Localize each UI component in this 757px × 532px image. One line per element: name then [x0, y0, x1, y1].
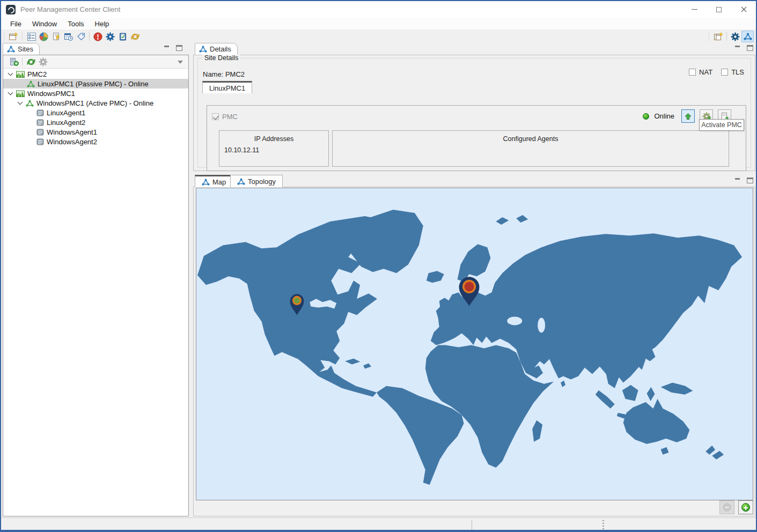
expand-chevron-icon[interactable] — [8, 90, 13, 95]
sites-toolbar — [3, 55, 188, 69]
tag-icon — [77, 32, 85, 41]
sites-minimize-icon[interactable] — [164, 45, 171, 51]
tree-item[interactable]: WindowsPMC1 — [3, 88, 188, 98]
configured-agents-box: Configured Agents — [332, 130, 729, 167]
sites-settings-button[interactable] — [37, 56, 49, 68]
open-perspective-button[interactable] — [712, 31, 724, 42]
details-panel: Site Details Name: PMC2 NAT TLS LinuxPMC… — [193, 55, 755, 171]
toolbar-grip — [21, 32, 24, 41]
gear-icon — [39, 57, 48, 66]
add-site-button[interactable] — [8, 56, 20, 68]
zoom-in-button[interactable] — [738, 500, 753, 514]
refresh-sites-button[interactable] — [25, 56, 37, 68]
tree-item[interactable]: LinuxAgent2 — [3, 117, 188, 127]
tree-item[interactable]: LinuxPMC1 (Passive PMC) - Online — [3, 79, 188, 88]
tab-map[interactable]: Map — [195, 175, 233, 187]
tab-details[interactable]: Details — [195, 43, 238, 55]
tasks-button[interactable] — [116, 31, 129, 42]
close-icon — [741, 6, 747, 12]
schedule-button[interactable] — [62, 31, 75, 42]
view-menu-icon[interactable] — [178, 61, 183, 64]
pmc-label: PMC — [222, 113, 238, 121]
tree-item[interactable]: WindowsAgent2 — [3, 137, 188, 146]
app-icon — [6, 5, 16, 14]
network-triangle-icon — [199, 46, 207, 53]
tree-item[interactable]: PMC2 — [3, 69, 188, 79]
tree-item-label: WindowsPMC1 — [27, 90, 75, 98]
refresh-icon — [26, 58, 36, 66]
menu-tools[interactable]: Tools — [63, 19, 89, 29]
site-details-group: Site Details Name: PMC2 NAT TLS LinuxPMC… — [197, 58, 751, 168]
site-icon — [16, 71, 25, 78]
world-map[interactable] — [196, 188, 753, 500]
application-window: Peer Management Center Client FileWindow… — [0, 0, 757, 532]
activate-pmc-button[interactable] — [681, 109, 695, 123]
zoom-in-icon — [741, 503, 750, 512]
tree-item[interactable]: WindowsAgent1 — [3, 127, 188, 137]
gear-icon — [731, 32, 740, 41]
tree-item-label: LinuxPMC1 (Passive PMC) - Online — [38, 80, 149, 88]
sites-maximize-icon[interactable] — [176, 45, 182, 51]
online-status-label: Online — [654, 112, 674, 120]
views-icon — [27, 33, 36, 41]
activate-pmc-tooltip: Activate PMC — [699, 119, 744, 131]
site-name: Name: PMC2 — [203, 70, 245, 78]
nat-checkbox[interactable] — [689, 69, 696, 76]
maximize-button[interactable] — [707, 1, 731, 18]
views-button[interactable] — [25, 31, 38, 42]
nat-checkbox-row: NAT — [689, 68, 712, 76]
sync-button[interactable] — [129, 31, 141, 42]
map-maximize-icon[interactable] — [747, 178, 753, 183]
sync-arrows-icon — [130, 33, 140, 41]
menu-help[interactable]: Help — [90, 19, 114, 29]
expand-chevron-icon[interactable] — [8, 70, 13, 76]
menu-window[interactable]: Window — [27, 19, 62, 29]
minimize-button[interactable] — [682, 1, 707, 18]
agent-icon — [36, 109, 44, 116]
preferences-button[interactable] — [104, 31, 116, 42]
expand-chevron-icon[interactable] — [18, 99, 23, 105]
new-window-icon — [9, 32, 18, 41]
tree-item[interactable]: LinuxAgent1 — [3, 108, 188, 117]
main-toolbar — [1, 29, 756, 43]
analytics-pie-icon — [39, 32, 48, 41]
statusbar — [1, 518, 756, 531]
preferences-button-right[interactable] — [729, 31, 741, 42]
tls-checkbox-row: TLS — [721, 68, 744, 76]
network-triangle-icon — [237, 178, 245, 185]
configured-agents-title: Configured Agents — [333, 131, 729, 143]
checklist-icon — [119, 32, 127, 41]
pmc-checkbox-row: PMC — [212, 113, 238, 121]
gear-icon — [106, 32, 115, 41]
tls-checkbox[interactable] — [721, 69, 728, 76]
close-button[interactable] — [731, 1, 756, 18]
map-minimize-icon[interactable] — [734, 178, 741, 183]
details-maximize-icon[interactable] — [747, 45, 753, 51]
map-panel — [193, 187, 755, 516]
tree-item[interactable]: WindowsPMC1 (Active PMC) - Online — [3, 98, 188, 108]
statusbar-separator — [472, 520, 472, 530]
tags-button[interactable] — [75, 31, 87, 42]
menu-file[interactable]: File — [5, 19, 26, 29]
agent-icon — [36, 129, 44, 136]
pmc-icon — [26, 100, 34, 107]
tab-linuxpmc1-label: LinuxPMC1 — [209, 84, 245, 92]
tab-details-label: Details — [210, 45, 231, 53]
new-window-button[interactable] — [7, 31, 19, 42]
pmc-checkbox[interactable] — [212, 113, 219, 120]
pmc-perspective-button[interactable] — [741, 31, 754, 42]
analytics-button[interactable] — [38, 31, 50, 42]
toolbar-separator — [726, 32, 727, 41]
alerts-button[interactable] — [92, 31, 104, 42]
toolbar-grip — [3, 32, 5, 41]
tab-topology[interactable]: Topology — [230, 175, 283, 187]
statusbar-grip[interactable] — [602, 520, 604, 529]
tab-map-label: Map — [212, 178, 226, 186]
details-minimize-icon[interactable] — [734, 45, 741, 51]
tab-sites[interactable]: Sites — [3, 43, 40, 55]
run-report-button[interactable] — [50, 31, 62, 42]
ip-addresses-box: IP Addresses 10.10.12.11 — [219, 130, 329, 167]
tab-linuxpmc1[interactable]: LinuxPMC1 — [202, 81, 252, 93]
network-triangle-icon — [744, 33, 752, 40]
tls-label: TLS — [731, 68, 744, 76]
